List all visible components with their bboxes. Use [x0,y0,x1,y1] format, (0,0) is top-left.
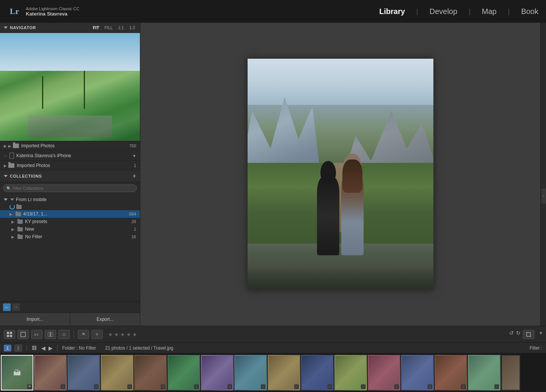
thumb-badge-10 [328,384,332,389]
collection-item-new[interactable]: ▶ New 1 [4,225,136,233]
info-sep-1 [27,345,27,351]
navigator-header[interactable]: Navigator FIT FILL 1:1 1:2 [0,23,140,33]
compare-icon: XY [34,332,40,337]
collection-group-header[interactable]: From Lr mobile [4,196,136,203]
filmstrip-thumb-7[interactable] [201,355,234,390]
star-2[interactable]: ★ [114,331,119,337]
reject-flag-button[interactable]: ✕ [91,330,103,339]
collections-section: Collections + 🔍 From Lr mobile [0,170,140,301]
thumb-badge-5 [161,384,165,389]
filmstrip-thumb-15[interactable] [468,355,500,390]
device-dropdown-icon: ▼ [132,154,136,158]
nav-library[interactable]: Library [379,7,405,16]
nav-map[interactable]: Map [482,7,497,16]
collection-group-name: From Lr mobile [16,197,47,202]
import-button[interactable]: Import... [0,313,70,326]
filmstrip-thumb-2[interactable] [34,355,67,390]
folder-imported-photos-main[interactable]: ▶ ▶ Imported Photos 750 [0,141,140,151]
nav-book[interactable]: Book [521,7,538,16]
collections-collapse-icon [4,175,8,177]
nav-sep-3: | [508,8,510,16]
svg-rect-9 [527,333,530,336]
center-panel [140,23,540,326]
flag-button[interactable]: ⚑ [78,330,89,339]
filmstrip-thumb-3[interactable] [67,355,100,390]
nav-sep-1: | [416,8,418,16]
star-1[interactable]: ★ [108,331,113,337]
star-5[interactable]: ★ [132,331,137,337]
filmstrip-forward-button[interactable]: ▶ [49,345,53,351]
info-sep-2 [57,345,58,351]
filter-collections-bar[interactable]: 🔍 [3,184,137,192]
export-button[interactable]: Export... [70,313,140,326]
loupe-view-button[interactable] [17,330,29,339]
loupe-icon [20,332,26,337]
collection-item-nofilter[interactable]: ▶ No Filter 16 [4,233,136,241]
survey-view-button[interactable] [45,330,56,339]
svg-rect-31 [462,385,465,388]
collection-item-date[interactable]: ▶ 4/19/17, 1... 664 [0,210,140,218]
main-area: Navigator FIT FILL 1:1 1:2 [0,23,546,326]
panel-back-button[interactable]: ← [3,303,11,311]
coll-name-new: New [25,226,134,232]
svg-rect-30 [428,385,431,388]
svg-rect-3 [7,335,9,337]
filmstrip-thumb-13[interactable] [401,355,434,390]
flag-icon: ⚑ [82,332,86,337]
filmstrip-thumb-12[interactable] [368,355,400,390]
crop-button[interactable] [523,330,534,339]
filmstrip-thumb-1[interactable]: 🏔 [1,355,33,390]
filmstrip-thumb-9[interactable] [268,355,300,390]
thumb-badge-6 [194,384,199,389]
filmstrip-thumb-5[interactable] [134,355,167,390]
thumb-badge-12 [394,384,399,389]
filmstrip-thumb-11[interactable] [334,355,367,390]
star-4[interactable]: ★ [126,331,131,337]
filmstrip-thumb-6[interactable] [168,355,200,390]
nav-1-1[interactable]: 1:1 [117,25,125,30]
rotate-left-button[interactable]: ↺ [509,330,514,339]
thumb-badge-15 [494,384,499,389]
page-1-button[interactable]: 1 [4,345,11,351]
face-detect-button[interactable]: ☺ [58,330,70,339]
svg-rect-12 [32,346,34,348]
filmstrip-thumb-4[interactable] [101,355,133,390]
grid-view-button[interactable] [4,330,15,339]
coll-name-ky: KY presets [25,219,132,224]
filmstrip-info-bar: 1 2 ◀ ▶ Folder : No Filter 21 photos / 1… [0,343,546,353]
star-3[interactable]: ★ [120,331,125,337]
filmstrip-back-button[interactable]: ◀ [41,345,46,351]
topbar: Lr Adobe Lightroom Classic CC Katerina S… [0,0,546,23]
collection-item-ky[interactable]: ▶ KY presets 29 [4,218,136,225]
collections-header[interactable]: Collections + [0,170,140,182]
nav-develop[interactable]: Develop [430,7,457,16]
filter-collections-input[interactable] [13,186,133,191]
filmstrip-thumb-14[interactable] [435,355,467,390]
page-2-button[interactable]: 2 [14,345,22,351]
device-icon [9,153,14,159]
grid-small-icon [32,346,38,350]
nav-fill[interactable]: FILL [103,25,114,30]
svg-rect-28 [362,385,365,388]
thumbnail-grid-icon[interactable] [31,345,38,351]
folder-name-imported2: Imported Photos [17,163,134,168]
folder-count-imported2: 1 [134,163,136,168]
filmstrip-thumb-partial[interactable] [501,355,520,390]
nav-fit[interactable]: FIT [92,25,100,30]
coll-count-ky: 29 [132,219,136,224]
collection-group-lr-mobile: From Lr mobile ▶ 4/19/17, 1... 664 ▶ [0,194,140,242]
panel-forward-button[interactable]: → [12,303,20,311]
compare-view-button[interactable]: XY [31,330,42,339]
right-panel-toggle[interactable]: › [541,189,546,204]
nav-1-2[interactable]: 1:2 [128,25,136,30]
coll-folder-date [16,212,21,216]
rotate-right-button[interactable]: ↻ [516,330,521,339]
svg-rect-17 [28,386,30,387]
collections-add-button[interactable]: + [133,173,136,180]
folder-imported-photos-device[interactable]: ▶ Imported Photos 1 [0,161,140,170]
filmstrip-thumb-8[interactable] [234,355,267,390]
filmstrip-expand-icon[interactable]: ▾ [540,330,542,339]
filmstrip-thumb-10[interactable] [301,355,334,390]
svg-rect-21 [128,385,131,388]
device-iphone-row[interactable]: ← Katerina Stavreva's iPhone ▼ [0,151,140,161]
